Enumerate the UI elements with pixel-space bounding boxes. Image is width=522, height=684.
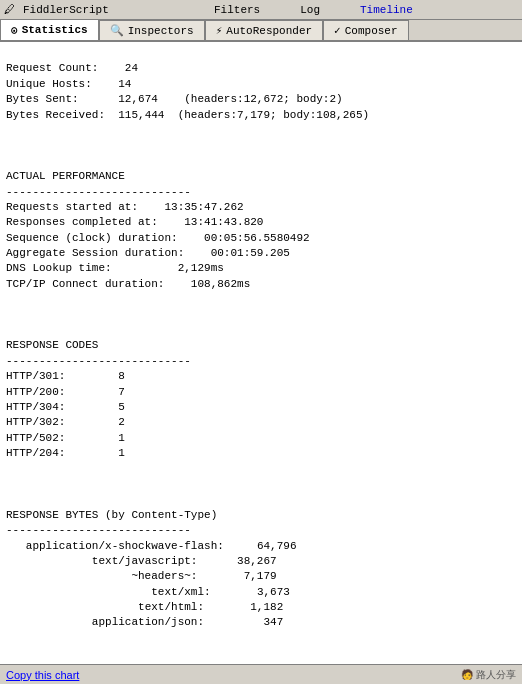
statistics-tab-icon: ⊙: [11, 24, 18, 37]
filters-tab[interactable]: Filters: [214, 4, 260, 16]
tab-bar: ⊙ Statistics 🔍 Inspectors ⚡ AutoResponde…: [0, 20, 522, 42]
actual-perf-header: ACTUAL PERFORMANCE: [6, 170, 125, 182]
copy-chart-link[interactable]: Copy this chart: [6, 669, 79, 681]
title-bar-center: Filters Log Timeline: [109, 4, 518, 16]
tab-inspectors[interactable]: 🔍 Inspectors: [99, 20, 205, 40]
inspectors-tab-label: Inspectors: [128, 25, 194, 37]
composer-tab-label: Composer: [345, 25, 398, 37]
timeline-tab[interactable]: Timeline: [360, 4, 413, 16]
content-area: Request Count: 24 Unique Hosts: 14 Bytes…: [0, 42, 522, 684]
log-tab[interactable]: Log: [300, 4, 320, 16]
response-codes-section: RESPONSE CODES -------------------------…: [6, 323, 516, 492]
inspectors-tab-icon: 🔍: [110, 24, 124, 37]
bottom-bar: Copy this chart 🧑 路人分享: [0, 664, 522, 684]
statistics-tab-label: Statistics: [22, 24, 88, 36]
watermark: 🧑 路人分享: [461, 668, 516, 682]
requests-started: Requests started at: 13:35:47.262 Respon…: [6, 201, 310, 290]
app-name: FiddlerScript: [23, 4, 109, 16]
watermark-icon: 🧑: [461, 669, 473, 680]
title-bar-left: 🖊 FiddlerScript: [4, 3, 109, 16]
composer-tab-icon: ✓: [334, 24, 341, 37]
autoresponder-tab-label: AutoResponder: [226, 25, 312, 37]
fiddlerscript-icon: 🖊: [4, 3, 15, 16]
autoresponder-tab-icon: ⚡: [216, 24, 223, 37]
stats-text: Request Count: 24 Unique Hosts: 14 Bytes…: [6, 46, 516, 154]
tab-autoresponder[interactable]: ⚡ AutoResponder: [205, 20, 323, 40]
response-bytes-section: RESPONSE BYTES (by Content-Type) -------…: [6, 492, 516, 661]
request-count-line: Request Count: 24 Unique Hosts: 14 Bytes…: [6, 62, 369, 120]
actual-performance-section: ACTUAL PERFORMANCE ---------------------…: [6, 154, 516, 323]
divider1: ----------------------------: [6, 186, 191, 198]
tab-statistics[interactable]: ⊙ Statistics: [0, 19, 99, 40]
tab-composer[interactable]: ✓ Composer: [323, 20, 408, 40]
title-bar: 🖊 FiddlerScript Filters Log Timeline: [0, 0, 522, 20]
